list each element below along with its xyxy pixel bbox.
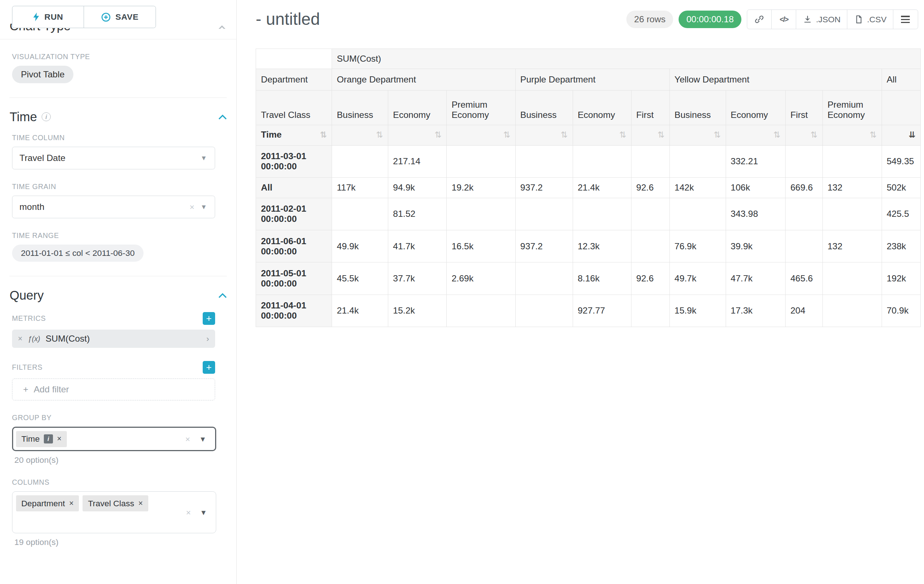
viz-type-pill[interactable]: Pivot Table	[12, 66, 74, 83]
plus-icon: +	[23, 384, 28, 395]
sort-cell[interactable]: ⇅	[515, 125, 573, 145]
remove-tag-icon[interactable]: ×	[57, 434, 61, 444]
add-filter-plus-button[interactable]: +	[203, 361, 215, 373]
sort-icon[interactable]: ⇅	[435, 130, 442, 140]
value-cell: 41.7k	[388, 230, 446, 262]
remove-tag-icon[interactable]: ×	[69, 499, 73, 508]
group-header-cell: Yellow Department	[670, 69, 882, 90]
value-cell	[822, 198, 882, 230]
value-cell: 937.2	[515, 178, 573, 198]
embed-code-button[interactable]: </>	[771, 10, 797, 29]
time-column-label: TIME COLUMN	[12, 133, 236, 142]
value-cell: 142k	[670, 178, 726, 198]
value-cell: 204	[785, 294, 822, 327]
time-section-title: Time	[10, 110, 37, 124]
group-by-options-hint: 20 option(s)	[14, 455, 236, 465]
sort-cell[interactable]: ⇅	[631, 125, 670, 145]
time-range-pill[interactable]: 2011-01-01 ≤ col < 2011-06-30	[12, 245, 144, 262]
sort-cell[interactable]: ⇅	[726, 125, 785, 145]
sort-cell[interactable]: ⇅	[332, 125, 388, 145]
menu-button[interactable]	[893, 10, 918, 29]
travel-class-header-row: Travel Class Business Economy Premium Ec…	[256, 90, 921, 125]
value-cell	[447, 294, 515, 327]
sort-icon[interactable]: ⇅	[870, 130, 876, 140]
value-cell: 132	[822, 178, 882, 198]
add-metric-button[interactable]: +	[203, 312, 215, 324]
sort-cell[interactable]: ⇅	[573, 125, 631, 145]
columns-tag[interactable]: Department ×	[16, 495, 79, 512]
sort-cell[interactable]: ⇅	[822, 125, 882, 145]
chart-title[interactable]: - untitled	[256, 10, 320, 29]
save-button[interactable]: SAVE	[84, 6, 156, 28]
sort-icon[interactable]: ⇅	[376, 130, 383, 140]
export-csv-button[interactable]: .CSV	[847, 10, 893, 29]
sort-icon[interactable]: ⇅	[561, 130, 568, 140]
sort-icon[interactable]: ⇅	[810, 130, 817, 140]
run-button[interactable]: RUN	[12, 6, 84, 28]
metric-chip[interactable]: × ƒ(x) SUM(Cost) ›	[12, 330, 215, 348]
sort-icon[interactable]: ⇅	[320, 130, 327, 140]
sort-cell[interactable]: ⇅	[670, 125, 726, 145]
chart-header-actions: 26 rows 00:00:00.18 </>	[626, 10, 918, 29]
value-cell: 76.9k	[670, 230, 726, 262]
sort-cell[interactable]: ⇅	[388, 125, 446, 145]
sort-cell[interactable]: ⇅	[447, 125, 515, 145]
columns-block: COLUMNS Department × Travel Class × × ▼ …	[0, 478, 236, 547]
row-label-cell: 2011-06-01 00:00:00	[256, 230, 332, 262]
file-icon	[854, 15, 863, 24]
sort-cell[interactable]: ⇅	[785, 125, 822, 145]
time-header-cell[interactable]: Time⇅	[256, 125, 332, 145]
viz-type-label: VISUALIZATION TYPE	[12, 53, 236, 61]
chevron-down-icon: ▼	[199, 435, 206, 443]
value-cell: 117k	[332, 178, 388, 198]
value-cell: 16.5k	[447, 230, 515, 262]
remove-metric-icon[interactable]: ×	[18, 334, 22, 344]
sort-cell[interactable]: ⇊	[882, 125, 920, 145]
clear-icon[interactable]: ×	[190, 202, 194, 212]
explore-view: Chart Type RUN SAVE VISUALIZATION TYPE P…	[0, 0, 924, 584]
download-icon	[803, 15, 812, 24]
value-cell: 49.7k	[670, 262, 726, 294]
time-grain-select[interactable]: month × ▼	[12, 196, 215, 218]
sort-icon[interactable]: ⇅	[619, 130, 626, 140]
chart-type-chevron-icon	[218, 24, 226, 28]
col-header-cell: Business	[515, 90, 573, 125]
value-cell: 238k	[882, 230, 920, 262]
value-cell	[631, 198, 670, 230]
columns-select[interactable]: Department × Travel Class × × ▼	[12, 491, 216, 533]
chart-header: - untitled 26 rows 00:00:00.18 </>	[237, 0, 924, 29]
plus-circle-icon	[101, 12, 111, 22]
add-filter-button[interactable]: + Add filter	[12, 378, 215, 401]
value-cell	[631, 145, 670, 178]
sort-icon[interactable]: ⇅	[657, 130, 664, 140]
clear-icon[interactable]: ×	[186, 507, 191, 517]
sort-icon[interactable]: ⇅	[774, 130, 780, 140]
value-cell: 19.2k	[447, 178, 515, 198]
value-cell: 94.9k	[388, 178, 446, 198]
divider	[10, 97, 227, 98]
remove-tag-icon[interactable]: ×	[139, 499, 143, 508]
sort-icon[interactable]: ⇅	[714, 130, 721, 140]
department-header-row: Department Orange Department Purple Depa…	[256, 69, 921, 90]
group-by-block: GROUP BY Time i × × ▼ 20 option(s)	[0, 413, 236, 465]
link-icon	[754, 14, 764, 25]
time-column-select[interactable]: Travel Date ▼	[12, 147, 215, 169]
group-by-tag[interactable]: Time i ×	[16, 431, 67, 447]
group-by-select[interactable]: Time i × × ▼	[12, 427, 216, 451]
sort-descending-icon[interactable]: ⇊	[909, 130, 916, 140]
value-cell	[447, 198, 515, 230]
clear-icon[interactable]: ×	[185, 434, 190, 444]
copy-link-button[interactable]	[747, 10, 772, 29]
collapse-chevron-icon[interactable]	[218, 293, 227, 298]
metric-header-cell: SUM(Cost)	[332, 49, 921, 69]
columns-tag[interactable]: Travel Class ×	[82, 495, 148, 512]
department-header-cell: Department	[256, 69, 332, 90]
export-json-button[interactable]: .JSON	[796, 10, 847, 29]
code-icon: </>	[780, 15, 788, 24]
sort-icon[interactable]: ⇅	[503, 130, 510, 140]
time-range-label: TIME RANGE	[12, 231, 236, 240]
chevron-down-icon: ▼	[201, 203, 207, 211]
collapse-chevron-icon[interactable]	[218, 114, 227, 120]
value-cell	[515, 294, 573, 327]
divider	[10, 276, 227, 276]
